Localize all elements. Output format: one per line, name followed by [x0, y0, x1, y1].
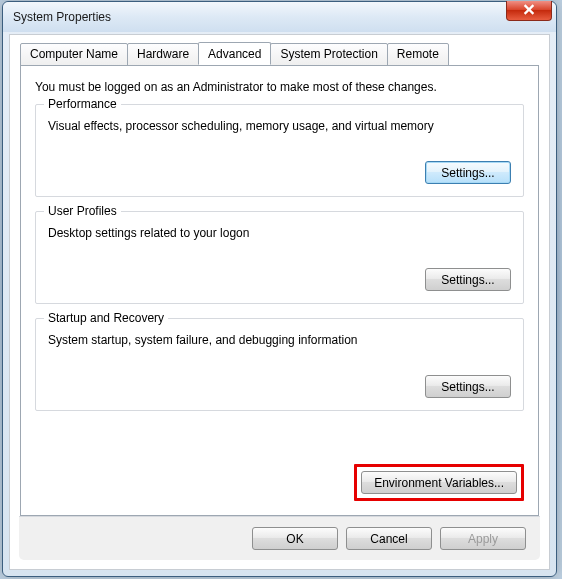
group-performance-desc: Visual effects, processor scheduling, me… [48, 119, 511, 133]
close-button[interactable] [506, 1, 552, 21]
tab-remote[interactable]: Remote [387, 43, 449, 66]
tab-hardware[interactable]: Hardware [127, 43, 199, 66]
group-startup-recovery-desc: System startup, system failure, and debu… [48, 333, 511, 347]
environment-variables-button[interactable]: Environment Variables... [361, 471, 517, 494]
tab-advanced[interactable]: Advanced [198, 42, 271, 65]
tab-panel-advanced: You must be logged on as an Administrato… [20, 65, 539, 516]
group-performance-title: Performance [44, 97, 121, 111]
intro-text: You must be logged on as an Administrato… [35, 80, 524, 94]
performance-settings-button[interactable]: Settings... [425, 161, 511, 184]
group-user-profiles-desc: Desktop settings related to your logon [48, 226, 511, 240]
dialog-button-bar: OK Cancel Apply [19, 516, 540, 560]
tab-strip: Computer Name Hardware Advanced System P… [20, 43, 539, 66]
tab-system-protection[interactable]: System Protection [270, 43, 387, 66]
user-profiles-settings-button[interactable]: Settings... [425, 268, 511, 291]
group-startup-recovery-title: Startup and Recovery [44, 311, 168, 325]
group-startup-recovery: Startup and Recovery System startup, sys… [35, 318, 524, 411]
ok-button[interactable]: OK [252, 527, 338, 550]
close-icon [523, 4, 535, 18]
group-user-profiles: User Profiles Desktop settings related t… [35, 211, 524, 304]
client-area: Computer Name Hardware Advanced System P… [9, 34, 550, 570]
highlight-environment-variables: Environment Variables... [354, 464, 524, 501]
group-performance: Performance Visual effects, processor sc… [35, 104, 524, 197]
apply-button[interactable]: Apply [440, 527, 526, 550]
system-properties-window: System Properties Computer Name Hardware… [2, 1, 557, 577]
group-user-profiles-title: User Profiles [44, 204, 121, 218]
cancel-button[interactable]: Cancel [346, 527, 432, 550]
titlebar[interactable]: System Properties [3, 2, 556, 32]
window-title: System Properties [13, 10, 111, 24]
startup-recovery-settings-button[interactable]: Settings... [425, 375, 511, 398]
tab-computer-name[interactable]: Computer Name [20, 43, 128, 66]
